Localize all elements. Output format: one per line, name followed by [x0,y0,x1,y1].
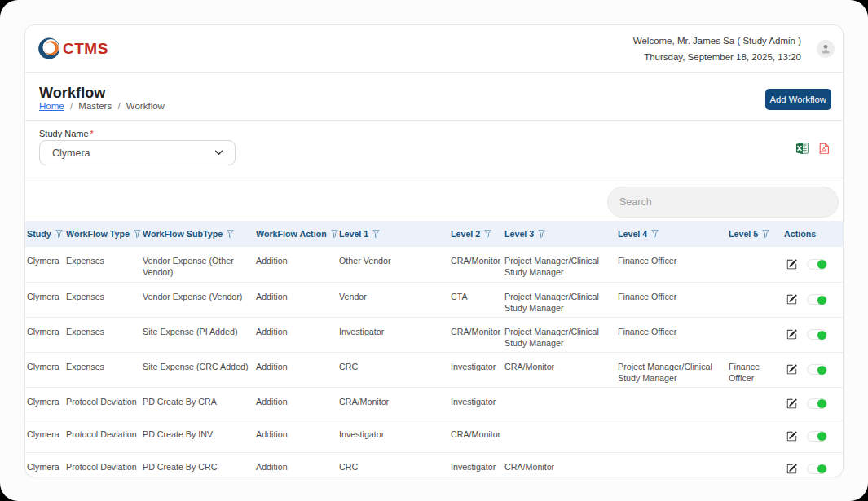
cell-actions [782,282,843,317]
column-header-study: Study [25,221,64,247]
column-header-level-2: Level 2 [449,221,503,247]
status-toggle[interactable] [807,464,827,474]
cell-actions [782,452,843,477]
filter-funnel-icon[interactable] [55,230,63,238]
status-toggle[interactable] [807,294,827,305]
edit-workflow-button[interactable] [786,259,797,270]
breadcrumb: Home / Masters / Workflow [39,101,165,112]
cell-level1: Investigator [337,420,449,452]
status-toggle[interactable] [807,431,827,442]
column-label: WorkFlow Type [66,229,130,239]
cell-level2: CRA/Monitor [449,247,503,282]
column-label: WorkFlow SubType [143,229,223,239]
filter-funnel-icon[interactable] [134,230,141,238]
filter-funnel-icon[interactable] [484,230,491,238]
toggle-knob [817,399,826,408]
cell-level1: CRC [337,352,449,387]
column-header-workflow-subtype: WorkFlow SubType [141,221,254,247]
table-row: ClymeraExpensesSite Expense (CRC Added)A… [25,352,843,387]
filter-funnel-icon[interactable] [651,230,659,238]
edit-icon [786,259,797,270]
cell-level5: Finance Officer [727,352,782,387]
cell-level5 [727,387,782,420]
filter-funnel-icon[interactable] [762,230,769,238]
table-row: ClymeraProtocol DeviationPD Create By CR… [25,387,843,420]
cell-level4: Finance Officer [616,282,727,317]
cell-type: Expenses [64,247,141,282]
column-label: Actions [784,229,816,239]
cell-level3 [503,387,616,420]
datetime-text: Thursday, September 18, 2025, 13:20 [633,49,801,65]
search-input[interactable] [608,196,838,208]
edit-workflow-button[interactable] [786,464,797,474]
cell-level3: Project Manager/Clinical Study Manager [503,282,616,317]
cell-action: Addition [254,387,337,420]
cell-level5 [727,282,782,317]
workflow-table-body: ClymeraExpensesVendor Expense (Other Ven… [25,247,843,477]
breadcrumb-home[interactable]: Home [39,101,64,111]
pdf-export-icon[interactable] [818,143,830,154]
cell-action: Addition [254,452,337,477]
cell-level2: CTA [449,282,503,317]
column-header-level-1: Level 1 [337,221,449,247]
edit-workflow-button[interactable] [786,294,797,305]
table-header-row: StudyWorkFlow TypeWorkFlow SubTypeWorkFl… [25,221,843,247]
edit-workflow-button[interactable] [786,364,797,375]
study-name-value: Clymera [52,147,214,159]
table-row: ClymeraProtocol DeviationPD Create By CR… [25,452,843,477]
page-title: Workflow [39,85,165,102]
cell-subtype: Vendor Expense (Vendor) [141,282,254,317]
filter-funnel-icon[interactable] [538,230,545,238]
filter-section: Study Name* Clymera [25,121,843,178]
cell-subtype: Vendor Expense (Other Vendor) [141,247,254,282]
toggle-knob [817,296,826,305]
cell-level1: CRA/Monitor [337,387,449,420]
cell-level2: Investigator [449,387,503,420]
breadcrumb-separator: / [70,101,73,111]
toggle-knob [817,260,826,269]
toggle-knob [817,366,826,375]
cell-actions [782,387,843,420]
filter-funnel-icon[interactable] [227,230,234,238]
top-bar: CTMS Welcome, Mr. James Sa ( Study Admin… [25,25,843,73]
cell-level5 [727,247,782,282]
filter-funnel-icon[interactable] [372,230,380,238]
edit-workflow-button[interactable] [786,329,797,340]
column-label: Level 1 [339,229,368,239]
cell-subtype: Site Expense (PI Added) [141,317,254,352]
user-avatar[interactable] [817,40,835,58]
breadcrumb-workflow: Workflow [126,101,165,111]
status-toggle[interactable] [807,364,827,375]
status-toggle[interactable] [807,398,827,409]
breadcrumb-separator: / [117,101,120,111]
study-name-select[interactable]: Clymera [39,140,236,165]
cell-action: Addition [254,282,337,317]
cell-level4 [616,452,727,477]
cell-study: Clymera [25,420,64,452]
cell-study: Clymera [25,387,64,420]
cell-subtype: PD Create By CRC [141,452,254,477]
edit-workflow-button[interactable] [786,431,797,442]
cell-actions [782,317,843,352]
status-toggle[interactable] [807,329,827,340]
cell-type: Expenses [64,352,141,387]
cell-actions [782,420,843,452]
add-workflow-button[interactable]: Add Workflow [765,89,831,110]
cell-level4: Finance Officer [616,317,727,352]
cell-type: Protocol Deviation [64,387,141,420]
filter-funnel-icon[interactable] [331,230,338,238]
toggle-knob [817,464,826,473]
cell-actions [782,352,843,387]
cell-level1: Vendor [337,282,449,317]
column-header-level-4: Level 4 [616,221,727,247]
cell-level1: Other Vendor [337,247,449,282]
ctms-logo-icon [38,37,60,59]
breadcrumb-masters: Masters [78,101,112,111]
table-row: ClymeraExpensesVendor Expense (Other Ven… [25,247,843,282]
status-toggle[interactable] [807,259,827,270]
edit-icon [786,364,797,375]
edit-workflow-button[interactable] [786,398,797,409]
excel-export-icon[interactable] [796,143,809,154]
cell-level3: CRA/Monitor [503,352,616,387]
table-row: ClymeraProtocol DeviationPD Create By IN… [25,420,843,452]
